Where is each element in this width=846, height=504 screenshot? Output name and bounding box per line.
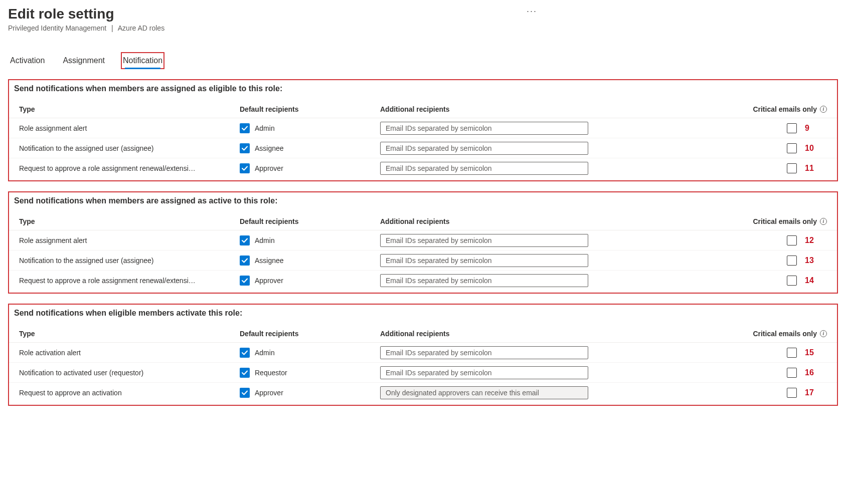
type-label: Request to approve a role assignment ren… (19, 277, 240, 285)
col-additional-recipients: Additional recipients (380, 330, 591, 338)
critical-emails-checkbox[interactable] (787, 348, 797, 358)
default-recipient-checkbox[interactable] (240, 123, 250, 133)
critical-emails-checkbox[interactable] (787, 143, 797, 153)
default-recipient-cell: Approver (240, 163, 380, 173)
default-recipient-checkbox[interactable] (240, 143, 250, 153)
section-title: Send notifications when eligible members… (9, 305, 837, 325)
additional-recipients-input[interactable] (380, 346, 588, 359)
type-label: Request to approve an activation (19, 389, 240, 397)
default-recipient-checkbox[interactable] (240, 348, 250, 358)
type-label: Notification to activated user (requesto… (19, 369, 240, 377)
default-recipient-cell: Admin (240, 235, 380, 245)
annotation-number: 13 (805, 256, 817, 265)
default-recipient-checkbox[interactable] (240, 235, 250, 245)
critical-emails-checkbox[interactable] (787, 235, 797, 245)
recipient-label: Assignee (255, 257, 284, 265)
col-type: Type (19, 105, 240, 113)
table-row: Request to approve a role assignment ren… (9, 158, 837, 178)
col-critical: Critical emails only (753, 217, 817, 225)
col-default-recipients: Default recipients (240, 105, 380, 113)
recipient-label: Requestor (255, 369, 287, 377)
annotation-number: 14 (805, 276, 817, 285)
table-row: Request to approve a role assignment ren… (9, 271, 837, 291)
additional-recipients-input[interactable] (380, 122, 588, 135)
additional-recipients-input (380, 386, 588, 399)
additional-recipients-input[interactable] (380, 142, 588, 155)
notification-section: Send notifications when members are assi… (8, 79, 838, 181)
default-recipient-cell: Approver (240, 276, 380, 286)
breadcrumb-right: Azure AD roles (118, 24, 164, 32)
annotation-number: 12 (805, 236, 817, 245)
recipient-label: Admin (255, 124, 275, 132)
table-row: Role activation alert Admin 15 (9, 343, 837, 363)
info-icon[interactable]: i (820, 330, 827, 337)
table-row: Notification to the assigned user (assig… (9, 138, 837, 158)
additional-recipients-input[interactable] (380, 366, 588, 379)
default-recipient-cell: Requestor (240, 368, 380, 378)
additional-recipients-input[interactable] (380, 234, 588, 247)
col-additional-recipients: Additional recipients (380, 217, 591, 225)
col-default-recipients: Default recipients (240, 330, 380, 338)
breadcrumb: Privileged Identity Management | Azure A… (8, 24, 164, 32)
recipient-label: Admin (255, 236, 275, 244)
annotation-number: 10 (805, 144, 817, 153)
type-label: Notification to the assigned user (assig… (19, 144, 240, 152)
default-recipient-checkbox[interactable] (240, 388, 250, 398)
recipient-label: Admin (255, 349, 275, 357)
recipient-label: Approver (255, 277, 283, 285)
default-recipient-cell: Admin (240, 123, 380, 133)
breadcrumb-left: Privileged Identity Management (8, 24, 106, 32)
page-title: Edit role setting (8, 6, 164, 22)
tab-assignment[interactable]: Assignment (61, 52, 107, 69)
table-row: Role assignment alert Admin 9 (9, 118, 837, 138)
critical-emails-checkbox[interactable] (787, 368, 797, 378)
default-recipient-checkbox[interactable] (240, 368, 250, 378)
table-row: Notification to activated user (requesto… (9, 363, 837, 383)
default-recipient-cell: Assignee (240, 143, 380, 153)
critical-emails-checkbox[interactable] (787, 123, 797, 133)
default-recipient-checkbox[interactable] (240, 276, 250, 286)
annotation-number: 9 (805, 124, 817, 133)
overflow-menu-icon[interactable]: ··· (527, 6, 537, 17)
critical-emails-checkbox[interactable] (787, 276, 797, 286)
type-label: Notification to the assigned user (assig… (19, 257, 240, 265)
default-recipient-cell: Approver (240, 388, 380, 398)
additional-recipients-input[interactable] (380, 274, 588, 287)
annotation-number: 16 (805, 368, 817, 377)
tab-activation[interactable]: Activation (8, 52, 47, 69)
breadcrumb-sep: | (111, 24, 113, 32)
recipient-label: Approver (255, 164, 283, 172)
table-header: Type Default recipients Additional recip… (9, 212, 837, 230)
type-label: Role assignment alert (19, 124, 240, 132)
info-icon[interactable]: i (820, 106, 827, 113)
recipient-label: Assignee (255, 144, 284, 152)
recipient-label: Approver (255, 389, 283, 397)
additional-recipients-input[interactable] (380, 162, 588, 175)
tabs: ActivationAssignmentNotification (8, 52, 838, 69)
critical-emails-checkbox[interactable] (787, 256, 797, 266)
col-critical: Critical emails only (753, 330, 817, 338)
table-header: Type Default recipients Additional recip… (9, 100, 837, 118)
info-icon[interactable]: i (820, 218, 827, 225)
col-type: Type (19, 330, 240, 338)
table-row: Request to approve an activation Approve… (9, 383, 837, 403)
additional-recipients-input[interactable] (380, 254, 588, 267)
critical-emails-checkbox[interactable] (787, 388, 797, 398)
type-label: Role activation alert (19, 349, 240, 357)
notification-section: Send notifications when members are assi… (8, 191, 838, 294)
type-label: Role assignment alert (19, 236, 240, 244)
section-title: Send notifications when members are assi… (9, 80, 837, 100)
table-header: Type Default recipients Additional recip… (9, 325, 837, 343)
annotation-number: 17 (805, 388, 817, 397)
default-recipient-checkbox[interactable] (240, 163, 250, 173)
tab-notification[interactable]: Notification (121, 52, 164, 69)
col-critical: Critical emails only (753, 105, 817, 113)
default-recipient-checkbox[interactable] (240, 256, 250, 266)
notification-section: Send notifications when eligible members… (8, 304, 838, 406)
table-row: Notification to the assigned user (assig… (9, 250, 837, 271)
critical-emails-checkbox[interactable] (787, 163, 797, 173)
col-additional-recipients: Additional recipients (380, 105, 591, 113)
default-recipient-cell: Admin (240, 348, 380, 358)
col-type: Type (19, 217, 240, 225)
type-label: Request to approve a role assignment ren… (19, 164, 240, 172)
